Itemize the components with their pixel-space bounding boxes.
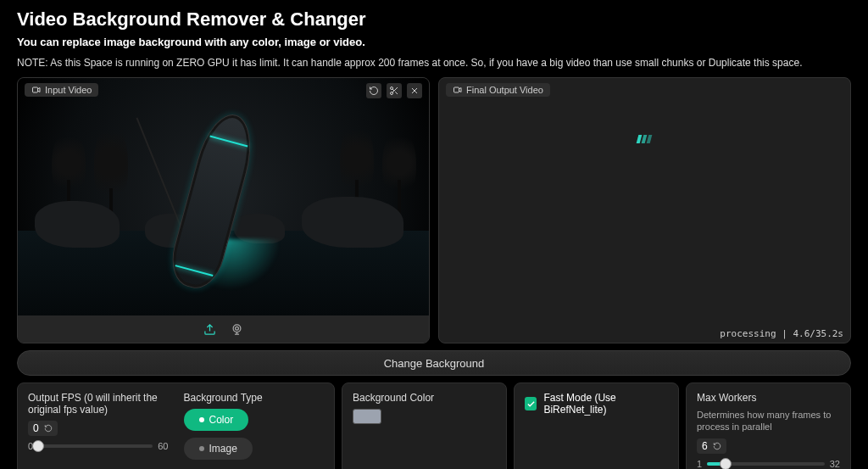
output-video-panel: Final Output Video processing | 4.6/35.2…: [438, 77, 851, 343]
fastmode-checkbox[interactable]: [525, 397, 537, 410]
workers-hint: Determines how many frames to process in…: [697, 409, 840, 433]
undo-icon[interactable]: [366, 83, 381, 98]
svg-point-3: [233, 324, 241, 332]
fps-slider[interactable]: [38, 444, 153, 448]
bgcolor-swatch[interactable]: [353, 409, 381, 424]
svg-point-2: [391, 92, 393, 95]
bgcolor-label: Background Color: [353, 392, 496, 404]
input-video-panel: Input Video: [17, 77, 430, 343]
svg-point-4: [236, 327, 239, 330]
upload-icon[interactable]: [203, 321, 218, 337]
bgtype-option-color[interactable]: Color: [184, 409, 249, 431]
workers-min: 1: [697, 459, 702, 469]
video-icon: [453, 85, 463, 95]
trim-icon[interactable]: [387, 83, 402, 98]
page-subtitle: You can replace image background with an…: [17, 36, 851, 48]
bgtype-option-image[interactable]: Image: [184, 438, 253, 460]
workers-value-box[interactable]: 6: [697, 438, 726, 454]
check-icon: [526, 399, 536, 409]
fastmode-panel: Fast Mode (Use BiRefNet_lite): [514, 382, 679, 469]
page-note: NOTE: As this Space is running on ZERO G…: [17, 57, 851, 69]
bgtype-label: Background Type: [184, 392, 325, 404]
input-video-preview[interactable]: [18, 78, 429, 315]
reset-icon[interactable]: [44, 424, 53, 433]
svg-point-1: [391, 87, 393, 90]
workers-max: 32: [830, 459, 840, 469]
workers-slider[interactable]: [707, 462, 825, 466]
clear-icon[interactable]: [407, 83, 422, 98]
workers-label: Max Workers: [697, 392, 840, 404]
video-icon: [31, 85, 42, 95]
change-background-accordion[interactable]: Change Background: [17, 350, 851, 376]
workers-panel: Max Workers Determines how many frames t…: [686, 382, 851, 469]
input-video-label: Input Video: [25, 83, 98, 97]
output-video-label: Final Output Video: [446, 83, 550, 97]
fps-max: 60: [158, 441, 168, 451]
page-title: Video Background Remover & Changer: [17, 8, 851, 31]
processing-status: processing | 4.6/35.2s: [720, 328, 843, 339]
svg-rect-0: [33, 87, 38, 92]
webcam-icon[interactable]: [230, 321, 245, 337]
loading-spinner-icon: [637, 133, 654, 150]
fps-value-box[interactable]: 0: [28, 421, 58, 436]
bgcolor-panel: Background Color: [342, 382, 507, 469]
fps-bgtype-panel: Output FPS (0 will inherit the original …: [17, 382, 335, 469]
fps-label: Output FPS (0 will inherit the original …: [28, 392, 169, 416]
reset-icon[interactable]: [713, 442, 721, 450]
fastmode-label: Fast Mode (Use BiRefNet_lite): [543, 392, 668, 416]
svg-rect-5: [454, 87, 459, 92]
